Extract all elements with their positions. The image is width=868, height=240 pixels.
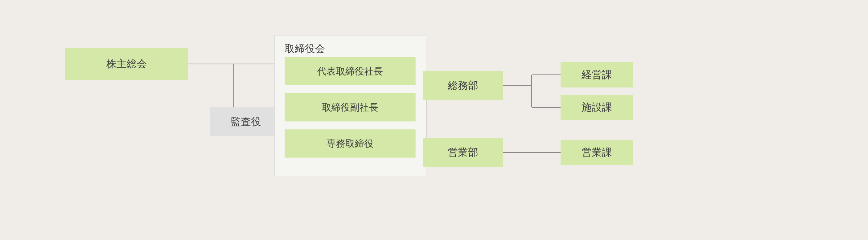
eigyobu-box: 営業部 [423,138,503,167]
setsubi-box: 施設課 [561,95,633,120]
auditor-label: 監査役 [231,115,261,129]
board-item-vice-president: 取締役副社長 [285,93,416,121]
eigyoka-label: 営業課 [582,146,612,159]
connector-lines [36,15,832,225]
keieika-label: 経営課 [582,68,612,82]
board-item-president-label: 代表取締役社長 [317,65,383,78]
shareholder-box: 株主総会 [65,48,188,80]
setsubi-label: 施設課 [582,100,612,114]
eigyoka-box: 営業課 [561,140,633,165]
eigyobu-label: 営業部 [448,146,478,159]
board-item-managing-director-label: 専務取締役 [327,137,374,150]
board-title: 取締役会 [285,42,325,56]
somubu-label: 総務部 [448,79,478,93]
board-container: 取締役会 代表取締役社長 取締役副社長 専務取締役 [274,35,426,176]
board-item-managing-director: 専務取締役 [285,129,416,158]
board-item-vice-president-label: 取締役副社長 [322,101,378,114]
board-item-president: 代表取締役社長 [285,57,416,85]
keieika-box: 経営課 [561,62,633,87]
board-items: 代表取締役社長 取締役副社長 専務取締役 [285,57,416,158]
shareholder-label: 株主総会 [106,57,147,71]
org-chart: 株主総会 監査役 取締役会 代表取締役社長 取締役副社長 専務取締役 総務部 営… [36,15,832,225]
somubu-box: 総務部 [423,71,503,100]
auditor-box: 監査役 [210,107,282,136]
